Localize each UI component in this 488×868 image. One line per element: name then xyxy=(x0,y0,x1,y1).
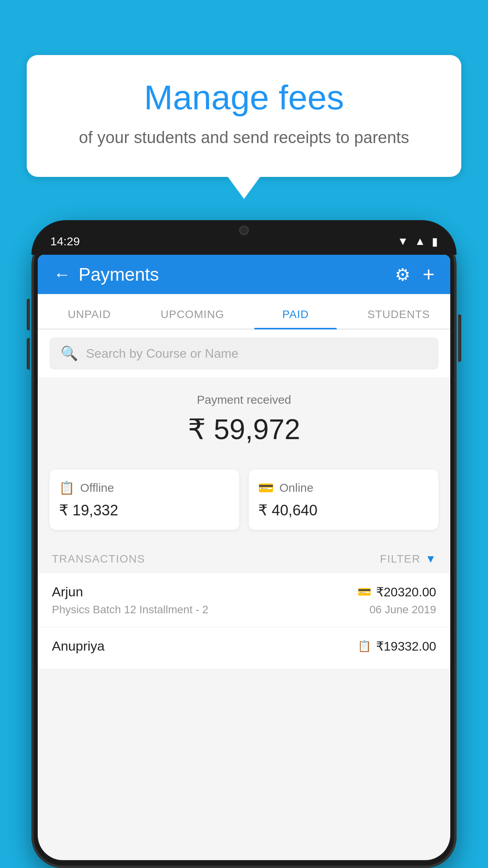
filter-icon: ▼ xyxy=(425,553,436,565)
tab-unpaid[interactable]: UNPAID xyxy=(38,299,141,329)
offline-card: 📋 Offline ₹ 19,332 xyxy=(50,469,239,530)
offline-card-top: 📋 Offline xyxy=(59,480,230,495)
payment-received-amount: ₹ 59,972 xyxy=(50,413,438,446)
battery-icon: ▮ xyxy=(432,235,438,248)
search-container: 🔍 Search by Course or Name xyxy=(38,329,450,377)
transaction-amount-2: ₹19332.00 xyxy=(376,639,436,654)
payment-online-icon: 💳 xyxy=(358,585,371,598)
header-right: ⚙ + xyxy=(395,263,435,286)
status-bar: 14:29 ▼ ▲ ▮ xyxy=(31,220,457,255)
settings-icon[interactable]: ⚙ xyxy=(395,265,410,285)
online-label: Online xyxy=(279,481,314,495)
tab-paid[interactable]: PAID xyxy=(244,299,347,329)
transactions-label: TRANSACTIONS xyxy=(52,553,145,565)
payment-cards: 📋 Offline ₹ 19,332 💳 Online ₹ 40,640 xyxy=(38,469,450,542)
online-card-top: 💳 Online xyxy=(258,480,429,495)
bubble-title: Manage fees xyxy=(50,79,438,117)
bubble-subtitle: of your students and send receipts to pa… xyxy=(50,126,438,149)
volume-down-button xyxy=(27,338,30,370)
header-title: Payments xyxy=(79,264,159,285)
tab-students[interactable]: STUDENTS xyxy=(347,299,451,329)
online-amount: ₹ 40,640 xyxy=(258,502,429,519)
wifi-icon: ▼ xyxy=(398,235,409,248)
tabs-bar: UNPAID UPCOMING PAID STUDENTS xyxy=(38,294,450,329)
offline-amount: ₹ 19,332 xyxy=(59,502,230,519)
transaction-amount-row: 💳 ₹20320.00 xyxy=(358,585,436,600)
online-icon: 💳 xyxy=(258,480,274,495)
status-icons: ▼ ▲ ▮ xyxy=(398,235,438,248)
back-button[interactable]: ← xyxy=(53,266,71,283)
camera xyxy=(239,226,249,235)
power-button xyxy=(458,314,461,362)
offline-label: Offline xyxy=(80,481,114,495)
transactions-header: TRANSACTIONS FILTER ▼ xyxy=(38,542,450,573)
payment-received-section: Payment received ₹ 59,972 xyxy=(38,377,450,469)
volume-up-button xyxy=(27,299,30,330)
transaction-top-anupriya: Anupriya 📋 ₹19332.00 xyxy=(52,638,436,654)
table-row[interactable]: Arjun 💳 ₹20320.00 Physics Batch 12 Insta… xyxy=(38,573,450,627)
tab-upcoming[interactable]: UPCOMING xyxy=(141,299,244,329)
status-time: 14:29 xyxy=(50,235,80,248)
header-left: ← Payments xyxy=(53,264,159,285)
transaction-name: Arjun xyxy=(52,584,83,600)
payment-offline-icon: 📋 xyxy=(358,640,371,653)
transaction-course: Physics Batch 12 Installment - 2 xyxy=(52,603,208,616)
transaction-bottom-arjun: Physics Batch 12 Installment - 2 06 June… xyxy=(52,603,436,616)
transaction-date: 06 June 2019 xyxy=(369,603,436,616)
search-bar[interactable]: 🔍 Search by Course or Name xyxy=(50,337,438,370)
phone-screen: ← Payments ⚙ + UNPAID UPCOMING PAID STUD… xyxy=(38,255,450,860)
search-icon: 🔍 xyxy=(61,345,78,362)
add-button[interactable]: + xyxy=(423,263,435,286)
transaction-amount: ₹20320.00 xyxy=(376,585,436,600)
payment-received-label: Payment received xyxy=(50,393,438,406)
search-input[interactable]: Search by Course or Name xyxy=(86,346,238,361)
transaction-amount-row-2: 📋 ₹19332.00 xyxy=(358,639,436,654)
phone-frame: 14:29 ▼ ▲ ▮ ← Payments ⚙ + UNPAID xyxy=(31,220,457,868)
offline-icon: 📋 xyxy=(59,480,75,495)
speech-bubble: Manage fees of your students and send re… xyxy=(27,55,461,177)
filter-label: FILTER xyxy=(380,553,420,565)
app-header: ← Payments ⚙ + xyxy=(38,255,450,294)
signal-icon: ▲ xyxy=(415,235,426,248)
table-row[interactable]: Anupriya 📋 ₹19332.00 xyxy=(38,627,450,669)
online-card: 💳 Online ₹ 40,640 xyxy=(249,469,438,530)
notch xyxy=(220,220,268,240)
transaction-name: Anupriya xyxy=(52,638,105,654)
filter-container[interactable]: FILTER ▼ xyxy=(380,553,436,565)
transaction-top-arjun: Arjun 💳 ₹20320.00 xyxy=(52,584,436,600)
